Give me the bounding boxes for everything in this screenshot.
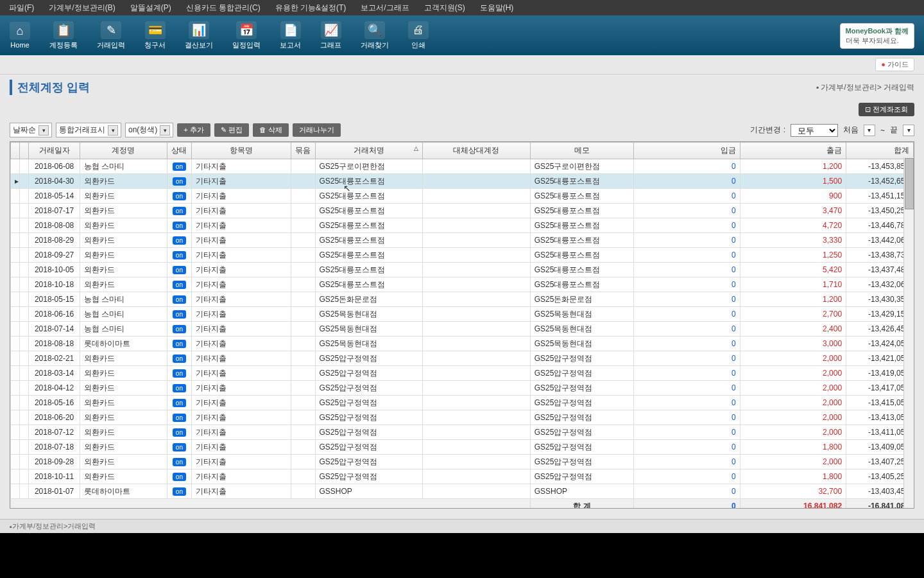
status-badge: on: [173, 310, 186, 319]
table-row[interactable]: 2018-08-08외환카드on기타지출GS25대륭포스트점GS25대륭포스트점…: [11, 218, 914, 233]
period-select[interactable]: 모두: [791, 124, 838, 137]
tool-label: 거래입력: [97, 40, 125, 50]
breadcrumb: 가계부/정보관리> 거래입력: [816, 82, 914, 93]
guide-button[interactable]: 가이드: [875, 58, 914, 71]
table-row[interactable]: 2018-10-11외환카드on기타지출GS25압구정역점GS25압구정역점01…: [11, 469, 914, 484]
scroll-thumb[interactable]: [905, 158, 914, 209]
tool-icon: ⌂: [10, 22, 30, 40]
col-check[interactable]: [19, 143, 29, 159]
tool-icon: 📊: [189, 21, 209, 39]
page-header: 전체계정 입력 가계부/정보관리> 거래입력: [0, 74, 924, 100]
table-row[interactable]: 2018-02-21외환카드on기타지출GS25압구정역점GS25압구정역점02…: [11, 351, 914, 366]
toolbar-Home[interactable]: ⌂Home: [10, 22, 30, 49]
chevron-down-icon: ▾: [160, 125, 170, 136]
edit-button[interactable]: ✎ 편집: [214, 123, 249, 137]
chevron-down-icon: ▾: [38, 125, 49, 136]
table-row[interactable]: 2018-10-05외환카드on기타지출GS25대륭포스트점GS25대륭포스트점…: [11, 263, 914, 277]
table-row[interactable]: 2018-09-27외환카드on기타지출GS25대륭포스트점GS25대륭포스트점…: [11, 248, 914, 263]
promo-badge: MoneyBook과 함께 더욱 부자되세요.: [840, 23, 914, 49]
tool-icon: 🔍: [364, 21, 385, 39]
status-badge: on: [173, 399, 186, 407]
menu-item[interactable]: 고객지원(S): [422, 1, 468, 15]
status-badge: on: [173, 177, 186, 186]
toolbar-그래프[interactable]: 📈그래프: [320, 21, 341, 50]
menu-item[interactable]: 신용카드 통합관리(C): [184, 1, 263, 15]
table-row[interactable]: 2018-07-12외환카드on기타지출GS25압구정역점GS25압구정역점02…: [11, 425, 914, 440]
controls-row: 날짜순▾ 통합거래표시▾ on(청색)▾ + 추가 ✎ 편집 🗑 삭제 거래나누…: [0, 119, 924, 141]
add-button[interactable]: + 추가: [177, 123, 210, 137]
col-transfer[interactable]: 대체상대계정: [423, 143, 531, 159]
table-row[interactable]: 2018-09-28외환카드on기타지출GS25압구정역점GS25압구정역점02…: [11, 455, 914, 469]
toolbar-청구서[interactable]: 💳청구서: [144, 21, 166, 50]
all-accounts-link[interactable]: ⊡ 전계좌조회: [859, 103, 914, 116]
table-row[interactable]: 2018-08-18롯데하이마트on기타지출GS25목동현대점GS25목동현대점…: [11, 337, 914, 351]
tool-icon: ✎: [101, 21, 121, 39]
status-badge: on: [173, 414, 186, 422]
menu-item[interactable]: 보고서/그래프: [358, 1, 411, 15]
col-group[interactable]: 묶음: [291, 143, 315, 159]
table-row[interactable]: 2018-04-12외환카드on기타지출GS25압구정역점GS25압구정역점02…: [11, 381, 914, 396]
vertical-scrollbar[interactable]: [903, 157, 914, 508]
table-row[interactable]: 2018-06-08농협 스마티on기타지출GS25구로이편한점GS25구로이편…: [11, 159, 914, 174]
tool-label: 거래찾기: [361, 40, 389, 50]
split-button[interactable]: 거래나누기: [293, 123, 341, 137]
nav-last-button[interactable]: ▾: [903, 125, 914, 136]
nav-first-button[interactable]: ▾: [864, 125, 875, 136]
menu-item[interactable]: 가계부/정보관리(B): [46, 1, 117, 15]
table-row[interactable]: 2018-05-14외환카드on기타지출GS25대륭포스트점GS25대륭포스트점…: [11, 189, 914, 204]
table-row[interactable]: 2018-03-14외환카드on기타지출GS25압구정역점GS25압구정역점02…: [11, 366, 914, 381]
col-marker[interactable]: [11, 143, 20, 159]
col-deposit[interactable]: 입금: [634, 143, 740, 159]
col-category[interactable]: 항목명: [191, 143, 291, 159]
status-badge: on: [173, 487, 186, 496]
chevron-down-icon: ▾: [108, 125, 118, 136]
table-row[interactable]: 2018-07-18외환카드on기타지출GS25압구정역점GS25압구정역점01…: [11, 440, 914, 455]
col-withdraw[interactable]: 출금: [740, 143, 846, 159]
menu-item[interactable]: 유용한 기능&설정(T): [273, 1, 349, 15]
col-balance[interactable]: 합계: [846, 143, 914, 159]
table-row[interactable]: 2018-01-07롯데하이마트on기타지출GSSHOPGSSHOP032,70…: [11, 484, 914, 499]
status-bar: 가계부/정보관리>거래입력: [0, 519, 924, 533]
table-row[interactable]: 2018-08-29외환카드on기타지출GS25대륭포스트점GS25대륭포스트점…: [11, 233, 914, 248]
col-memo[interactable]: 메모: [530, 143, 633, 159]
table-row[interactable]: 2018-05-15농협 스마티on기타지출GS25돈화문로점GS25돈화문로점…: [11, 292, 914, 307]
menu-item[interactable]: 알뜰설계(P): [128, 1, 174, 15]
transaction-table: 거래일자 계정명 상태 항목명 묶음 거래처명 대체상대계정 메모 입금 출금 …: [10, 142, 914, 509]
delete-button[interactable]: 🗑 삭제: [253, 123, 289, 137]
table-row[interactable]: ▸2018-04-30외환카드on기타지출GS25대륭포스트점GS25대륭포스트…: [11, 174, 914, 189]
menu-item[interactable]: 도움말(H): [477, 1, 517, 15]
col-status[interactable]: 상태: [167, 143, 192, 159]
toolbar-보고서[interactable]: 📄보고서: [280, 21, 301, 50]
sub-bar: 가이드: [0, 55, 924, 74]
table-row[interactable]: 2018-06-16농협 스마티on기타지출GS25목동현대점GS25목동현대점…: [11, 307, 914, 322]
toolbar-거래입력[interactable]: ✎거래입력: [97, 21, 125, 50]
sort-dropdown[interactable]: 날짜순▾: [10, 123, 52, 137]
main-toolbar: ⌂Home📋계정등록✎거래입력💳청구서📊결산보기📅일정입력📄보고서📈그래프🔍거래…: [0, 15, 924, 55]
table-row[interactable]: 2018-07-17외환카드on기타지출GS25대륭포스트점GS25대륭포스트점…: [11, 204, 914, 218]
status-badge: on: [173, 162, 186, 171]
filter-dropdown[interactable]: on(청색)▾: [125, 123, 173, 137]
nav-last-label: 끝: [890, 125, 898, 136]
menu-item[interactable]: 파일(F): [6, 1, 37, 15]
col-vendor[interactable]: 거래처명: [315, 143, 423, 159]
toolbar-일정입력[interactable]: 📅일정입력: [232, 21, 261, 50]
tool-label: Home: [10, 41, 29, 49]
col-account[interactable]: 계정명: [80, 143, 167, 159]
table-row[interactable]: 2018-06-20외환카드on기타지출GS25압구정역점GS25압구정역점02…: [11, 410, 914, 425]
table-row[interactable]: 2018-05-16외환카드on기타지출GS25압구정역점GS25압구정역점02…: [11, 396, 914, 410]
table-row[interactable]: 2018-10-18외환카드on기타지출GS25대륭포스트점GS25대륭포스트점…: [11, 277, 914, 292]
status-badge: on: [173, 192, 186, 200]
toolbar-인쇄[interactable]: 🖨인쇄: [408, 21, 429, 50]
totals-row: 합 계 0 16,841,082 -16,841,082: [11, 499, 914, 509]
toolbar-거래찾기[interactable]: 🔍거래찾기: [361, 21, 389, 50]
table-row[interactable]: 2018-07-14농협 스마티on기타지출GS25목동현대점GS25목동현대점…: [11, 322, 914, 337]
period-label: 기간변경 :: [750, 125, 785, 136]
col-date[interactable]: 거래일자: [29, 143, 80, 159]
toolbar-계정등록[interactable]: 📋계정등록: [49, 21, 78, 50]
tool-icon: 💳: [145, 21, 166, 39]
status-badge: on: [173, 369, 186, 378]
tool-label: 결산보기: [185, 40, 213, 50]
toolbar-결산보기[interactable]: 📊결산보기: [185, 21, 213, 50]
status-badge: on: [173, 473, 186, 481]
display-dropdown[interactable]: 통합거래표시▾: [56, 123, 121, 137]
